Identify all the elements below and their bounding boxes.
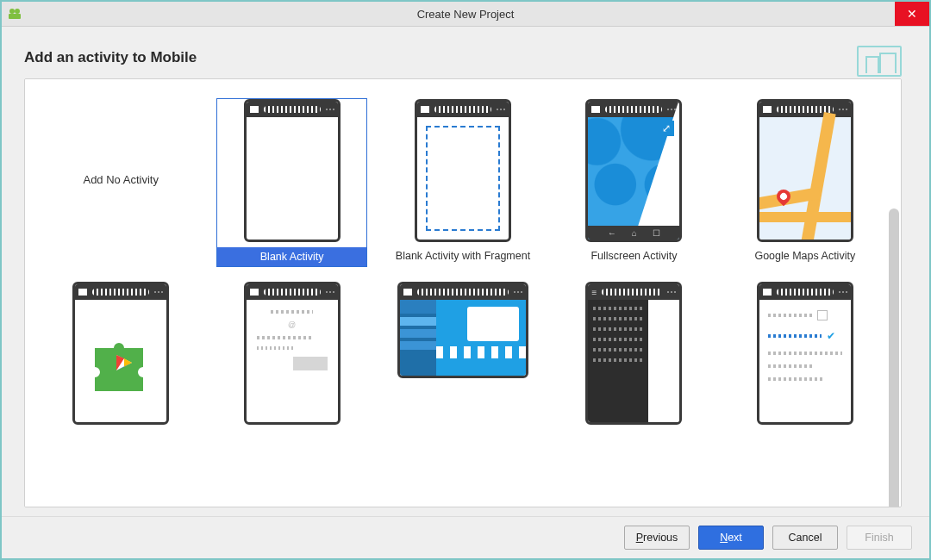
android-navbar-icon: ←⌂☐ (588, 226, 679, 240)
svg-point-1 (9, 9, 15, 14)
template-label: Add No Activity (83, 99, 158, 259)
phone-mockup-icon (757, 99, 853, 242)
phone-mockup-icon: ⤢ ←⌂☐ (585, 99, 682, 242)
window-title: Create New Project (2, 8, 929, 21)
puzzle-icon (75, 300, 166, 422)
page-header: Add an activity to Mobile (24, 46, 902, 78)
template-grid: Add No Activity Blank Activity (46, 98, 880, 426)
close-icon: ✕ (907, 7, 917, 21)
dialog-window: Create New Project ✕ Add an activity to … (0, 0, 931, 560)
phone-mockup-icon (72, 282, 169, 425)
svg-point-2 (15, 9, 20, 14)
phone-mockup-icon: ≡ (585, 282, 682, 425)
check-icon: ✔ (827, 330, 835, 342)
svg-rect-0 (9, 14, 21, 19)
devices-icon (857, 46, 902, 77)
template-label: Blank Activity (217, 247, 366, 266)
android-studio-icon (7, 6, 22, 22)
template-nav-drawer[interactable]: ≡ (559, 281, 709, 426)
template-label: Blank Activity with Fragment (396, 247, 530, 264)
template-settings[interactable]: ✔ (730, 281, 880, 426)
template-master-detail[interactable] (388, 281, 538, 426)
expand-icon: ⤢ (659, 121, 674, 136)
page-title: Add an activity to Mobile (24, 49, 197, 66)
template-fullscreen[interactable]: ⤢ ←⌂☐ Fullscreen Activity (559, 98, 709, 267)
tablet-mockup-icon (397, 282, 528, 378)
template-label: Google Maps Activity (754, 247, 855, 264)
template-no-activity[interactable]: Add No Activity (46, 98, 196, 267)
template-label: Fullscreen Activity (590, 247, 677, 264)
cancel-button[interactable]: Cancel (772, 526, 838, 550)
next-button[interactable]: Next (698, 526, 764, 550)
template-blank-activity[interactable]: Blank Activity (216, 98, 366, 267)
content-area: Add an activity to Mobile Add No Activit… (2, 27, 929, 516)
phone-mockup-icon (244, 99, 341, 242)
template-blank-fragment[interactable]: Blank Activity with Fragment (388, 98, 538, 267)
finish-button: Finish (847, 526, 912, 550)
phone-mockup-icon: @ (244, 282, 341, 425)
vertical-scrollbar[interactable] (889, 208, 899, 507)
scrollbar-thumb[interactable] (889, 208, 899, 507)
template-google-play-services[interactable] (46, 281, 196, 426)
titlebar: Create New Project ✕ (2, 2, 929, 27)
template-panel: Add No Activity Blank Activity (24, 78, 902, 507)
previous-button[interactable]: Previous (624, 526, 690, 550)
close-button[interactable]: ✕ (895, 2, 929, 26)
phone-mockup-icon (415, 99, 511, 242)
template-login[interactable]: @ (216, 281, 366, 426)
phone-mockup-icon: ✔ (757, 282, 853, 425)
wizard-footer: Previous Next Cancel Finish (2, 516, 929, 558)
template-google-maps[interactable]: Google Maps Activity (730, 98, 880, 267)
